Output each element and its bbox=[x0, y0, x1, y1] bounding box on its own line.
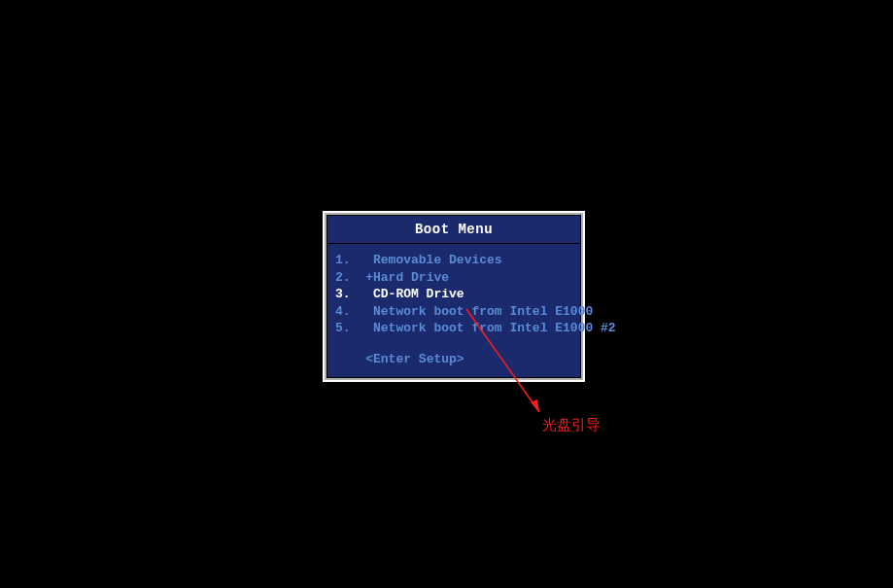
boot-item-num: 2. bbox=[335, 270, 351, 285]
boot-item-num: 5. bbox=[335, 321, 351, 335]
boot-item-hard-drive[interactable]: 2. +Hard Drive bbox=[335, 269, 572, 287]
boot-item-label: Removable Devices bbox=[373, 253, 502, 267]
annotation-arrow-icon bbox=[462, 307, 559, 424]
svg-line-0 bbox=[466, 309, 539, 412]
boot-item-num: 4. bbox=[335, 304, 351, 319]
boot-item-num: 3. bbox=[335, 287, 351, 301]
enter-setup-label: <Enter Setup> bbox=[365, 352, 464, 366]
boot-item-removable[interactable]: 1. Removable Devices bbox=[335, 252, 572, 269]
boot-item-cdrom[interactable]: 3. CD-ROM Drive bbox=[335, 286, 572, 303]
boot-item-num: 1. bbox=[335, 253, 351, 267]
boot-menu-title: Boot Menu bbox=[327, 216, 580, 244]
boot-item-label: CD-ROM Drive bbox=[373, 287, 464, 301]
boot-item-label: +Hard Drive bbox=[365, 270, 449, 285]
annotation-label: 光盘引导 bbox=[542, 416, 601, 434]
